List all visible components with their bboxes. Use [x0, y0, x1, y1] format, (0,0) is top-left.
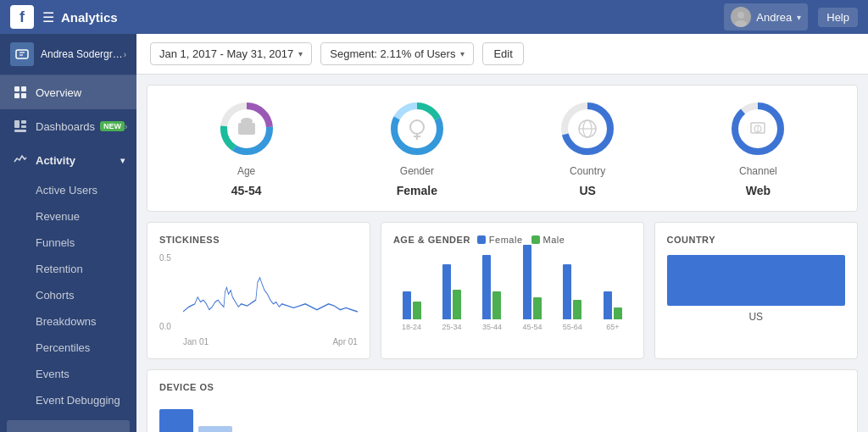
dashboards-icon [12, 118, 29, 135]
country-bar-label: US [667, 311, 845, 323]
segment-button[interactable]: Segment: 2.11% of Users ▾ [320, 42, 474, 65]
date-range-button[interactable]: Jan 1, 2017 - May 31, 2017 ▾ [150, 42, 312, 65]
age-gender-title: AGE & GENDER Female Male [393, 235, 632, 245]
device-os-card: DEVICE OS [147, 369, 858, 432]
female-bar [523, 245, 531, 319]
channel-label: Channel [739, 165, 777, 177]
chevron-down-icon: ▾ [460, 49, 465, 58]
country-donut [558, 99, 617, 158]
country-label: Country [570, 165, 605, 177]
bar-group-18-24: 18-24 [393, 291, 430, 331]
stickiness-chart-card: STICKINESS 0.5 0.0 Jan 01 Apr 01 [147, 222, 370, 359]
sidebar-search [0, 413, 136, 432]
male-bar [614, 307, 622, 319]
country-bar [667, 255, 845, 306]
bar-x-label: 55-64 [563, 323, 582, 331]
stickiness-title: STICKINESS [159, 235, 358, 245]
x-end-label: Apr 01 [332, 337, 357, 346]
age-value: 45-54 [231, 184, 262, 197]
chevron-down-icon: ▾ [120, 156, 125, 165]
stickiness-chart-area: 0.5 0.0 Jan 01 Apr 01 [159, 253, 358, 346]
svg-point-1 [735, 20, 747, 27]
svg-rect-11 [21, 125, 26, 128]
edit-button[interactable]: Edit [482, 42, 523, 65]
account-selector[interactable]: Andrea Sodergren V... › [0, 34, 136, 75]
svg-rect-18 [241, 118, 253, 125]
svg-rect-8 [21, 93, 26, 98]
y-min-label: 0.0 [159, 322, 181, 331]
gender-label: Gender [400, 165, 434, 177]
female-bar [482, 255, 491, 319]
new-badge: NEW [100, 121, 125, 131]
sidebar-section-activity[interactable]: Activity ▾ [0, 143, 136, 177]
country-chart-card: COUNTRY US [654, 222, 858, 359]
device-bars [159, 401, 845, 432]
sidebar: Andrea Sodergren V... › Overview Dashboa… [0, 34, 136, 432]
svg-rect-6 [21, 86, 26, 91]
date-range-label: Jan 1, 2017 - May 31, 2017 [159, 47, 293, 60]
female-dot [477, 235, 486, 244]
hamburger-icon[interactable]: ☰ [42, 9, 54, 25]
legend-male: Male [531, 235, 565, 245]
male-bar [413, 302, 421, 319]
sidebar-item-breakdowns[interactable]: Breakdowns [0, 308, 136, 335]
male-bar [453, 290, 461, 319]
female-bar [442, 264, 451, 319]
chevron-down-icon: ▾ [298, 49, 303, 58]
sidebar-section-label: Activity [36, 154, 75, 167]
sidebar-item-retention[interactable]: Retention [0, 256, 136, 282]
top-bar: f ☰ Analytics Andrea ▾ Help [0, 0, 868, 34]
bar-x-label: 25-34 [442, 323, 462, 331]
sidebar-item-events[interactable]: Events [0, 361, 136, 387]
sidebar-item-overview[interactable]: Overview [0, 75, 136, 109]
female-bar [563, 264, 571, 319]
bar-x-label: 45-54 [522, 323, 542, 331]
svg-rect-9 [14, 120, 19, 128]
bar-x-label: 18-24 [402, 323, 421, 331]
legend-female: Female [477, 235, 523, 245]
bar-group-25-34: 25-34 [433, 264, 470, 331]
sidebar-item-revenue[interactable]: Revenue [0, 203, 136, 230]
gender-value: Female [397, 184, 437, 197]
chevron-down-icon: ▾ [797, 13, 801, 22]
svg-rect-7 [14, 93, 19, 98]
account-icon [10, 42, 34, 66]
gender-donut [387, 99, 447, 158]
bar-group-45-54: 45-54 [514, 245, 550, 331]
device-bar-ios [198, 426, 232, 432]
sidebar-item-label: Overview [36, 86, 81, 99]
user-menu-button[interactable]: Andrea ▾ [724, 3, 808, 30]
gender-card: Gender Female [387, 99, 447, 197]
fb-logo: f [10, 5, 34, 29]
help-button[interactable]: Help [818, 8, 858, 27]
charts-row: STICKINESS 0.5 0.0 Jan 01 Apr 01 [147, 222, 858, 359]
overview-cards: Age 45-54 Gender Female [147, 85, 858, 212]
overview-icon [12, 84, 29, 101]
sidebar-item-event-debugging[interactable]: Event Debugging [0, 387, 136, 413]
svg-point-23 [410, 120, 424, 134]
svg-rect-5 [14, 86, 19, 91]
svg-rect-17 [238, 123, 255, 135]
segment-label: Segment: 2.11% of Users [330, 47, 455, 60]
country-card: Country US [558, 99, 617, 197]
bar-group-65+: 65+ [594, 291, 631, 331]
sidebar-item-funnels[interactable]: Funnels [0, 230, 136, 256]
chevron-right-icon: › [124, 50, 126, 59]
country-chart-title: COUNTRY [667, 235, 845, 245]
sidebar-item-dashboards[interactable]: Dashboards NEW › [0, 109, 136, 143]
activity-icon [12, 152, 29, 169]
country-value: US [579, 184, 595, 197]
sidebar-item-active-users[interactable]: Active Users [0, 177, 136, 203]
male-bar [492, 291, 501, 319]
bar-x-label: 35-44 [482, 323, 502, 331]
chevron-right-icon: › [125, 122, 127, 131]
search-input[interactable] [7, 420, 130, 432]
svg-rect-2 [16, 50, 28, 58]
sidebar-item-cohorts[interactable]: Cohorts [0, 282, 136, 308]
avatar [731, 7, 751, 27]
male-bar [573, 300, 581, 319]
device-bar-android [159, 409, 193, 432]
country-bar-container: US [667, 255, 845, 323]
x-start-label: Jan 01 [183, 337, 209, 346]
sidebar-item-percentiles[interactable]: Percentiles [0, 335, 136, 361]
